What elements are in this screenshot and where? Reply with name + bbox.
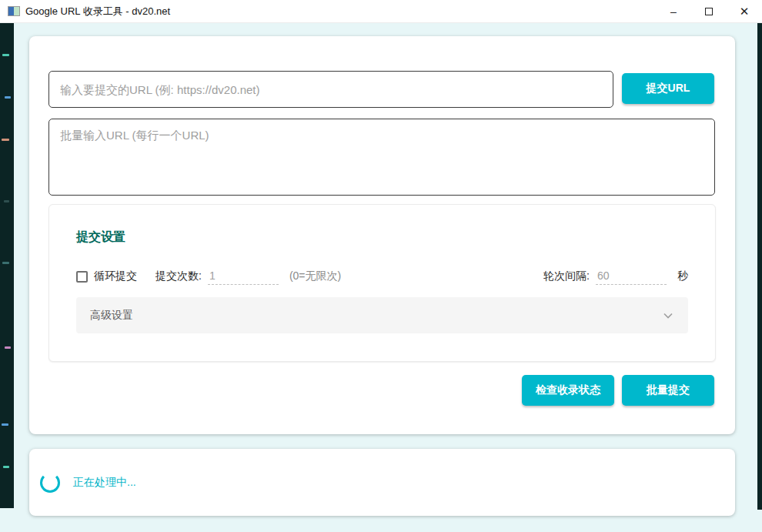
minimize-icon: – [670,5,677,18]
interval-unit-label: 秒 [677,269,688,283]
advanced-settings-label: 高级设置 [90,309,133,323]
maximize-button[interactable] [691,0,727,23]
round-interval-input[interactable] [596,268,667,285]
minimize-button[interactable]: – [656,0,691,23]
desktop-background-left [0,23,14,508]
desktop-background-right [757,23,762,510]
app-icon [8,6,20,16]
settings-panel: 提交设置 循环提交 提交次数: (0=无限次) 轮次间隔: 秒 高级设置 [48,204,716,362]
batch-url-textarea[interactable] [48,119,715,196]
main-panel: 提交URL 提交设置 循环提交 提交次数: (0=无限次) 轮次间隔: 秒 高级… [29,36,735,434]
submit-url-button[interactable]: 提交URL [622,73,714,104]
batch-submit-button[interactable]: 批量提交 [622,375,714,406]
close-icon: ✕ [740,5,750,18]
settings-options-row: 循环提交 提交次数: (0=无限次) 轮次间隔: 秒 [76,268,688,285]
check-index-status-button[interactable]: 检查收录状态 [522,375,614,406]
loop-submit-checkbox[interactable] [76,271,88,283]
maximize-icon [705,8,713,15]
chevron-down-icon [662,309,674,322]
loading-spinner-icon [40,473,60,493]
status-panel: 正在处理中... [29,449,735,516]
settings-title: 提交设置 [76,229,125,246]
advanced-settings-toggle[interactable]: 高级设置 [76,297,688,333]
submit-times-hint: (0=无限次) [289,269,341,283]
round-interval-label: 轮次间隔: [543,269,590,283]
window-title: Google URL 收录工具 - dv20.net [25,5,170,18]
title-bar: Google URL 收录工具 - dv20.net – ✕ [0,0,762,23]
loop-submit-label: 循环提交 [94,269,137,283]
actions-row: 检查收录状态 批量提交 [522,375,714,406]
submit-times-label: 提交次数: [155,269,202,283]
window-controls: – ✕ [656,0,762,23]
processing-status-text: 正在处理中... [73,476,136,490]
url-input[interactable] [48,71,613,108]
submit-times-input[interactable] [208,268,279,285]
close-button[interactable]: ✕ [727,0,762,23]
